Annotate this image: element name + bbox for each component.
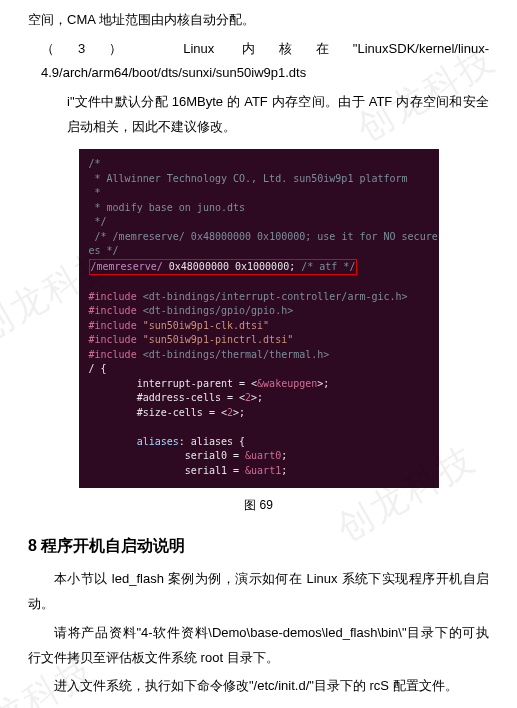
list-item-3-line1: （3） Linux 内核在"LinuxSDK/kernel/linux-4.9/… (28, 37, 489, 86)
code-line: / { (89, 363, 107, 374)
command-prompt-label: Target# (28, 703, 88, 708)
code-line: serial1 = &uart1; (89, 465, 288, 476)
code-line: aliases: aliases { (89, 436, 246, 447)
code-line: * Allwinner Technology CO., Ltd. sun50iw… (89, 173, 408, 184)
figure-69: /* * Allwinner Technology CO., Ltd. sun5… (28, 149, 489, 491)
code-line: /* /memreserve/ 0x48000000 0x100000; use… (89, 231, 439, 242)
figure-69-caption: 图 69 (28, 497, 489, 514)
code-line: #include <dt-bindings/gpio/gpio.h> (89, 305, 294, 316)
code-line: * modify base on juno.dts (89, 202, 246, 213)
code-block-dts: /* * Allwinner Technology CO., Ltd. sun5… (79, 149, 439, 488)
body-text: 空间，CMA 地址范围由内核自动分配。 (28, 8, 489, 33)
code-line: #include <dt-bindings/interrupt-controll… (89, 291, 408, 302)
code-line: #include "sun50iw9p1-clk.dtsi" (89, 320, 270, 331)
code-line: #include <dt-bindings/thermal/thermal.h> (89, 349, 330, 360)
code-line: interrupt-parent = <&wakeupgen>; (89, 378, 330, 389)
code-line: #include "sun50iw9p1-pinctrl.dtsi" (89, 334, 294, 345)
highlighted-line: /memreserve/ 0x48000000 0x1000000; /* at… (89, 259, 358, 276)
code-line: /* (89, 158, 101, 169)
code-line: #address-cells = <2>; (89, 392, 264, 403)
section8-p2: 请将产品资料"4-软件资料\Demo\base-demos\led_flash\… (28, 621, 489, 670)
code-line: #size-cells = <2>; (89, 407, 246, 418)
code-line: */ (89, 216, 107, 227)
section8-p3: 进入文件系统，执行如下命令修改"/etc/init.d/"目录下的 rcS 配置… (28, 674, 489, 699)
list-item-3-cont: i"文件中默认分配 16MByte 的 ATF 内存空间。由于 ATF 内存空间… (28, 90, 489, 139)
code-line: serial0 = &uart0; (89, 450, 288, 461)
code-line: * (89, 187, 101, 198)
section8-p1: 本小节以 led_flash 案例为例，演示如何在 Linux 系统下实现程序开… (28, 567, 489, 616)
command-line: Target# vi /etc/init.d/rcS (28, 703, 489, 708)
code-line: es */ (89, 245, 119, 256)
section-8-heading: 8 程序开机自启动说明 (28, 536, 489, 557)
